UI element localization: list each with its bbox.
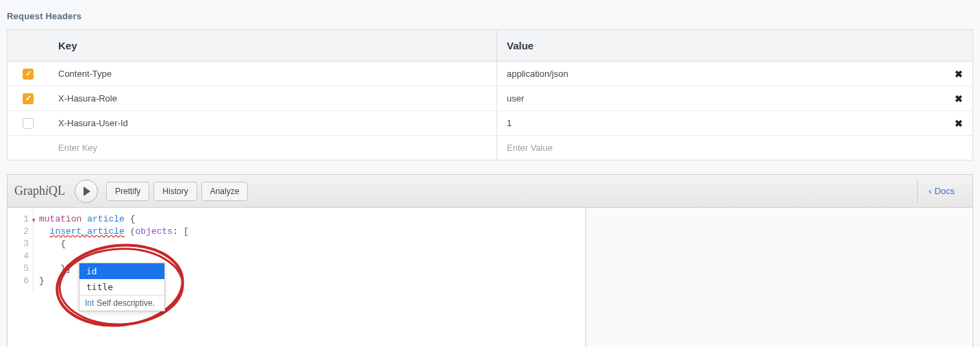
header-key[interactable]: X-Hasura-Role bbox=[49, 86, 497, 110]
query-editor[interactable]: 1▼ 2 3 4 5 6 mutation article { insert_a… bbox=[8, 208, 586, 347]
headers-table: Key Value ✓ Content-Type application/jso… bbox=[7, 29, 973, 160]
header-col-value: Value bbox=[497, 30, 945, 61]
autocomplete-item[interactable]: title bbox=[79, 279, 164, 295]
delete-header-icon[interactable]: ✖ bbox=[955, 93, 963, 104]
autocomplete-hint-desc: Self descriptive. bbox=[97, 298, 155, 308]
table-row-new bbox=[8, 136, 972, 160]
header-value[interactable]: application/json bbox=[497, 62, 945, 86]
docs-toggle[interactable]: ‹ Docs bbox=[917, 179, 966, 203]
play-icon bbox=[84, 187, 90, 196]
delete-header-icon[interactable]: ✖ bbox=[955, 69, 963, 80]
table-row: ✓ X-Hasura-Role user ✖ bbox=[8, 86, 972, 111]
line-gutter: 1▼ 2 3 4 5 6 bbox=[8, 208, 34, 293]
autocomplete-popup: id title IntSelf descriptive. bbox=[79, 263, 165, 311]
prettify-button[interactable]: Prettify bbox=[106, 182, 149, 201]
header-value[interactable]: 1 bbox=[497, 111, 945, 135]
history-button[interactable]: History bbox=[153, 182, 197, 201]
new-header-key-input[interactable] bbox=[58, 143, 487, 153]
autocomplete-hint-type: Int bbox=[85, 298, 94, 308]
docs-label: Docs bbox=[934, 186, 955, 196]
header-checkbox[interactable] bbox=[23, 118, 34, 129]
autocomplete-item[interactable]: id bbox=[79, 263, 164, 279]
header-key[interactable]: X-Hasura-User-Id bbox=[49, 111, 497, 135]
graphiql-toolbar: GraphiQL Prettify History Analyze ‹ Docs bbox=[7, 174, 973, 208]
graphiql-logo: GraphiQL bbox=[14, 184, 65, 198]
header-value[interactable]: user bbox=[497, 86, 945, 110]
table-row: X-Hasura-User-Id 1 ✖ bbox=[8, 111, 972, 136]
new-header-value-input[interactable] bbox=[507, 143, 935, 153]
result-pane bbox=[586, 208, 972, 347]
editor-panes: 1▼ 2 3 4 5 6 mutation article { insert_a… bbox=[7, 208, 973, 347]
analyze-button[interactable]: Analyze bbox=[201, 182, 249, 201]
autocomplete-hint: IntSelf descriptive. bbox=[79, 295, 164, 311]
fold-caret-icon[interactable]: ▼ bbox=[32, 215, 36, 227]
table-row: ✓ Content-Type application/json ✖ bbox=[8, 62, 972, 86]
header-col-key: Key bbox=[49, 30, 497, 61]
request-headers-title: Request Headers bbox=[7, 11, 973, 21]
execute-query-button[interactable] bbox=[75, 180, 98, 203]
headers-table-head: Key Value bbox=[8, 30, 972, 62]
chevron-left-icon: ‹ bbox=[929, 186, 931, 196]
header-checkbox[interactable]: ✓ bbox=[23, 69, 34, 80]
header-key[interactable]: Content-Type bbox=[49, 62, 497, 86]
header-checkbox[interactable]: ✓ bbox=[23, 93, 34, 104]
delete-header-icon[interactable]: ✖ bbox=[955, 118, 963, 129]
